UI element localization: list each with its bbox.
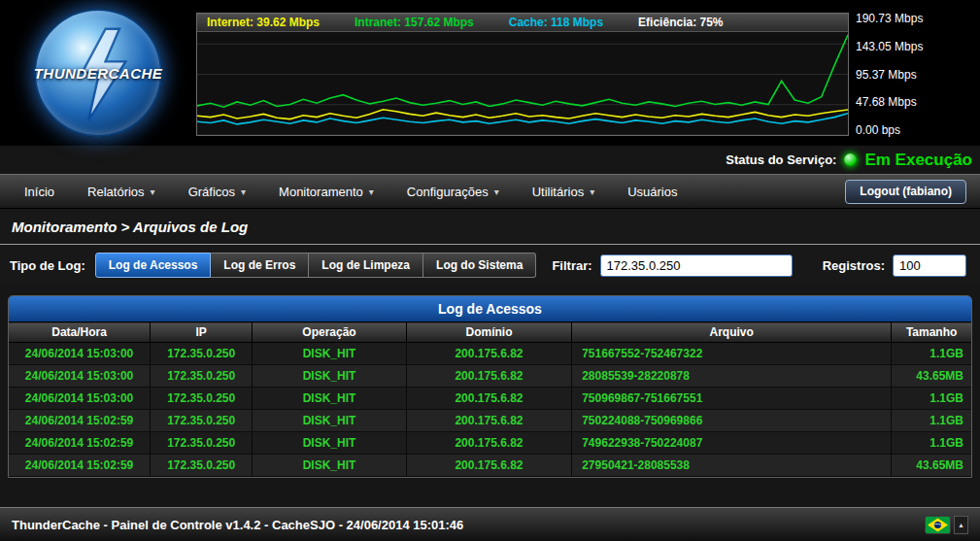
col-ip: IP xyxy=(151,322,253,343)
cell-operacao: DISK_HIT xyxy=(253,365,407,388)
cell-ip: 172.35.0.250 xyxy=(151,455,253,477)
log-limpeza-button[interactable]: Log de Limpeza xyxy=(309,253,423,278)
table-row: 24/06/2014 15:02:59 172.35.0.250 DISK_HI… xyxy=(9,432,971,455)
brazil-flag-icon[interactable] xyxy=(925,516,951,534)
col-tamanho: Tamanho xyxy=(892,322,971,343)
nav-label: Início xyxy=(24,185,54,199)
cell-ip: 172.35.0.250 xyxy=(151,343,253,365)
service-status-row: Status do Serviço: Em Execução xyxy=(0,146,980,174)
chevron-down-icon: ▾ xyxy=(590,186,594,197)
cell-datahora: 24/06/2014 15:02:59 xyxy=(9,455,151,477)
cell-dominio: 200.175.6.82 xyxy=(406,365,571,388)
table-row: 24/06/2014 15:03:00 172.35.0.250 DISK_HI… xyxy=(9,365,971,388)
cell-dominio: 200.175.6.82 xyxy=(406,432,571,455)
nav-item-usuarios[interactable]: Usuários xyxy=(611,175,693,208)
y-tick: 95.37 Mbps xyxy=(856,69,980,81)
table-row: 24/06/2014 15:02:59 172.35.0.250 DISK_HI… xyxy=(9,410,971,432)
y-tick: 190.73 Mbps xyxy=(856,13,980,24)
nav-label: Gráficos xyxy=(188,185,235,199)
table-title: Log de Acessos xyxy=(9,296,971,321)
col-dominio: Domínio xyxy=(406,322,571,343)
cell-operacao: DISK_HIT xyxy=(253,410,407,432)
col-arquivo: Arquivo xyxy=(572,322,892,343)
table-header-row: Data/Hora IP Operação Domínio Arquivo Ta… xyxy=(9,322,971,343)
col-operacao: Operação xyxy=(253,322,407,343)
thundercache-app: THUNDERCACHE Internet: 39.62 Mbps Intran… xyxy=(0,0,980,541)
collapse-up-icon[interactable]: ▲ xyxy=(954,516,968,534)
table-row: 24/06/2014 15:02:59 172.35.0.250 DISK_HI… xyxy=(9,455,971,477)
cell-ip: 172.35.0.250 xyxy=(151,388,253,410)
filter-label: Filtrar: xyxy=(552,258,591,273)
log-acessos-button[interactable]: Log de Acessos xyxy=(95,253,212,278)
cell-arquivo: 750224088-750969866 xyxy=(572,410,892,432)
cell-tamanho: 43.65MB xyxy=(892,455,971,477)
chevron-down-icon: ▾ xyxy=(494,186,499,197)
cell-arquivo: 750969867-751667551 xyxy=(572,388,892,410)
main-nav: Início Relatórios ▾ Gráficos ▾ Monitoram… xyxy=(0,174,980,209)
chevron-down-icon: ▾ xyxy=(241,186,246,197)
col-datahora: Data/Hora xyxy=(9,322,151,343)
nav-item-utilitarios[interactable]: Utilitários ▾ xyxy=(516,175,612,208)
breadcrumb: Monitoramento > Arquivos de Log xyxy=(0,209,980,245)
cell-arquivo: 27950421-28085538 xyxy=(572,455,892,477)
footer: ThunderCache - Painel de Controle v1.4.2… xyxy=(0,507,980,541)
cell-dominio: 200.175.6.82 xyxy=(406,410,571,432)
y-tick: 0.00 bps xyxy=(856,124,980,136)
cell-tamanho: 1.1GB xyxy=(892,432,971,455)
cell-ip: 172.35.0.250 xyxy=(151,432,253,455)
footer-text: ThunderCache - Painel de Controle v1.4.2… xyxy=(12,518,463,532)
status-led-icon xyxy=(844,153,857,166)
cell-operacao: DISK_HIT xyxy=(253,455,407,477)
filter-bar: Tipo de Log: Log de Acessos Log de Erros… xyxy=(0,245,980,286)
cell-arquivo: 751667552-752467322 xyxy=(572,343,892,365)
log-erros-button[interactable]: Log de Erros xyxy=(211,253,309,278)
logo-area: THUNDERCACHE xyxy=(0,0,196,146)
cell-tamanho: 43.65MB xyxy=(892,365,971,388)
legend-efficiency: Eficiência: 75% xyxy=(638,16,723,29)
log-type-button-group: Log de Acessos Log de Erros Log de Limpe… xyxy=(95,253,537,278)
cell-dominio: 200.175.6.82 xyxy=(406,388,571,410)
log-table: Data/Hora IP Operação Domínio Arquivo Ta… xyxy=(9,321,971,477)
records-label: Registros: xyxy=(823,258,885,273)
y-tick: 47.68 Mbps xyxy=(856,96,980,108)
cell-datahora: 24/06/2014 15:03:00 xyxy=(9,388,151,410)
nav-item-monitoramento[interactable]: Monitoramento ▾ xyxy=(262,175,390,208)
cell-dominio: 200.175.6.82 xyxy=(406,343,571,365)
nav-item-inicio[interactable]: Início xyxy=(8,175,71,208)
cell-ip: 172.35.0.250 xyxy=(151,410,253,432)
traffic-chart-panel: Internet: 39.62 Mbps Intranet: 157.62 Mb… xyxy=(196,13,849,136)
cell-tamanho: 1.1GB xyxy=(892,343,971,365)
cell-datahora: 24/06/2014 15:03:00 xyxy=(9,365,151,388)
cell-datahora: 24/06/2014 15:03:00 xyxy=(9,343,151,365)
cell-tamanho: 1.1GB xyxy=(892,388,971,410)
cell-operacao: DISK_HIT xyxy=(253,432,407,455)
logout-button[interactable]: Logout (fabiano) xyxy=(845,180,966,204)
language-selector: ▲ xyxy=(925,516,968,534)
records-input[interactable] xyxy=(893,254,966,277)
filter-input[interactable] xyxy=(600,254,793,277)
cell-arquivo: 749622938-750224087 xyxy=(572,432,892,455)
chart-legend: Internet: 39.62 Mbps Intranet: 157.62 Mb… xyxy=(197,14,848,32)
nav-label: Utilitários xyxy=(532,185,584,199)
chevron-down-icon: ▾ xyxy=(369,186,374,197)
table-row: 24/06/2014 15:03:00 172.35.0.250 DISK_HI… xyxy=(9,388,971,410)
log-table-container: Log de Acessos Data/Hora IP Operação Dom… xyxy=(8,295,972,478)
y-tick: 143.05 Mbps xyxy=(856,41,980,52)
nav-label: Monitoramento xyxy=(279,185,363,199)
legend-intranet: Intranet: 157.62 Mbps xyxy=(355,16,474,29)
table-row: 24/06/2014 15:03:00 172.35.0.250 DISK_HI… xyxy=(9,343,971,365)
cell-operacao: DISK_HIT xyxy=(253,388,407,410)
log-sistema-button[interactable]: Log do Sistema xyxy=(423,253,536,278)
nav-label: Usuários xyxy=(627,185,677,199)
nav-item-relatorios[interactable]: Relatórios ▾ xyxy=(71,175,172,208)
status-value: Em Execução xyxy=(864,151,972,170)
logo-text: THUNDERCACHE xyxy=(34,65,163,82)
cell-datahora: 24/06/2014 15:02:59 xyxy=(9,432,151,455)
top-header: THUNDERCACHE Internet: 39.62 Mbps Intran… xyxy=(0,0,980,146)
nav-item-configuracoes[interactable]: Configurações ▾ xyxy=(390,175,516,208)
status-label: Status do Serviço: xyxy=(726,152,836,167)
nav-item-graficos[interactable]: Gráficos ▾ xyxy=(172,175,262,208)
nav-label: Configurações xyxy=(407,185,489,199)
chevron-down-icon: ▾ xyxy=(151,186,155,197)
thundercache-logo: THUNDERCACHE xyxy=(34,9,162,137)
